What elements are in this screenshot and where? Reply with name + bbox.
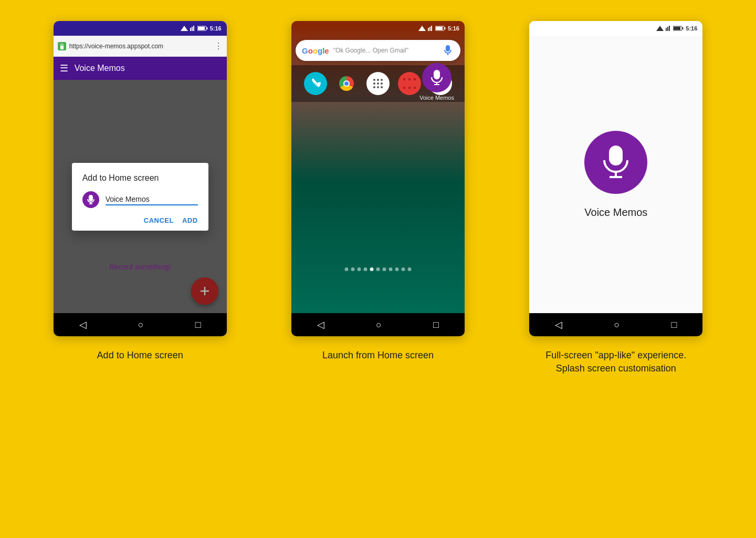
cancel-button[interactable]: CANCEL bbox=[144, 216, 174, 224]
phone1-status-icons: 5:16 bbox=[181, 25, 222, 32]
voice-memos-icon-bg bbox=[422, 63, 452, 92]
apps-dock-icon[interactable] bbox=[366, 72, 390, 95]
svg-point-28 bbox=[373, 82, 375, 85]
phone3-status-bar: 5:16 bbox=[529, 21, 702, 36]
svg-rect-19 bbox=[436, 27, 443, 30]
video-dock-icon[interactable] bbox=[398, 72, 421, 95]
dot-8 bbox=[388, 267, 392, 271]
svg-rect-18 bbox=[444, 27, 445, 29]
svg-point-32 bbox=[377, 86, 379, 88]
phone2-section: 5:16 Google "Ok Google... Open Gmail" bbox=[269, 21, 486, 336]
dot-7 bbox=[382, 267, 386, 271]
svg-point-26 bbox=[377, 79, 379, 81]
phone3-status-icons: 5:16 bbox=[656, 25, 697, 32]
dot-11 bbox=[407, 267, 411, 271]
dot-4 bbox=[363, 267, 367, 271]
phone3-time: 5:16 bbox=[686, 25, 697, 32]
phone2-wallpaper: 5:16 Google "Ok Google... Open Gmail" bbox=[291, 21, 465, 313]
caption2: Launch from Home screen bbox=[269, 349, 486, 375]
lock-icon bbox=[58, 42, 66, 50]
svg-rect-15 bbox=[429, 27, 430, 31]
svg-rect-35 bbox=[403, 78, 405, 80]
svg-rect-49 bbox=[682, 27, 684, 29]
phone2-status-bar: 5:16 bbox=[291, 21, 465, 36]
phone2-status-icons: 5:16 bbox=[418, 25, 459, 32]
phone2-frame: 5:16 Google "Ok Google... Open Gmail" bbox=[291, 21, 465, 336]
svg-point-27 bbox=[381, 79, 383, 81]
dialog-actions: CANCEL ADD bbox=[82, 216, 198, 224]
toolbar-title: Voice Memos bbox=[75, 64, 125, 73]
svg-point-29 bbox=[377, 82, 379, 85]
back-button[interactable]: ◁ bbox=[79, 319, 87, 330]
phone2-nav-bar: ◁ ○ □ bbox=[291, 313, 465, 336]
add-to-home-dialog: Add to Home screen bbox=[72, 163, 208, 231]
dot-6 bbox=[376, 267, 380, 271]
phone2-home-button[interactable]: ○ bbox=[376, 319, 382, 330]
svg-rect-16 bbox=[431, 26, 432, 31]
svg-rect-20 bbox=[446, 45, 450, 51]
phone3-frame: 5:16 Voice Memos ◁ ○ □ bbox=[529, 21, 702, 336]
home-screen-voice-memos-icon[interactable]: Voice Memos bbox=[419, 63, 454, 101]
phone-dock-icon[interactable] bbox=[304, 72, 327, 95]
chrome-dock-icon[interactable] bbox=[335, 72, 358, 95]
google-search-bar[interactable]: Google "Ok Google... Open Gmail" bbox=[296, 40, 460, 61]
svg-rect-45 bbox=[666, 28, 667, 31]
phone3-section: 5:16 Voice Memos ◁ ○ □ bbox=[508, 21, 724, 336]
svg-marker-44 bbox=[656, 26, 664, 31]
phone1-section: 5:16 https://voice-memos.appspot.com ⋮ ☰… bbox=[32, 21, 248, 336]
phone1-nav-bar: ◁ ○ □ bbox=[54, 313, 227, 336]
svg-rect-36 bbox=[414, 78, 416, 80]
phone2-time: 5:16 bbox=[448, 25, 459, 32]
svg-rect-47 bbox=[669, 26, 670, 31]
svg-point-30 bbox=[381, 82, 383, 85]
hamburger-icon[interactable]: ☰ bbox=[60, 63, 68, 74]
address-url: https://voice-memos.appspot.com bbox=[69, 43, 211, 50]
page-dots bbox=[344, 267, 411, 271]
phone1-frame: 5:16 https://voice-memos.appspot.com ⋮ ☰… bbox=[54, 21, 227, 336]
phone3-content: Voice Memos bbox=[529, 36, 702, 313]
phone3-back-button[interactable]: ◁ bbox=[555, 319, 562, 330]
dot-1 bbox=[344, 267, 348, 271]
svg-rect-2 bbox=[192, 27, 193, 31]
home-button[interactable]: ○ bbox=[138, 319, 144, 330]
add-button[interactable]: ADD bbox=[182, 216, 198, 224]
dot-2 bbox=[351, 267, 354, 271]
svg-rect-3 bbox=[193, 26, 194, 31]
svg-rect-22 bbox=[434, 70, 440, 79]
splash-mic-icon bbox=[584, 131, 647, 194]
svg-rect-39 bbox=[408, 78, 411, 80]
svg-rect-46 bbox=[667, 27, 668, 31]
phone2-back-button[interactable]: ◁ bbox=[317, 319, 324, 330]
dialog-app-name-input[interactable] bbox=[106, 194, 198, 205]
google-mic-icon[interactable] bbox=[442, 44, 454, 57]
svg-rect-1 bbox=[190, 28, 191, 31]
svg-rect-5 bbox=[206, 27, 207, 29]
splash-app-name: Voice Memos bbox=[584, 206, 647, 219]
svg-marker-13 bbox=[418, 26, 426, 31]
svg-rect-6 bbox=[198, 27, 205, 30]
dot-10 bbox=[401, 267, 405, 271]
svg-rect-51 bbox=[609, 146, 623, 165]
svg-rect-40 bbox=[408, 87, 411, 89]
google-search-text: "Ok Google... Open Gmail" bbox=[333, 47, 437, 54]
phone3-home-button[interactable]: ○ bbox=[614, 319, 620, 330]
caption1: Add to Home screen bbox=[32, 349, 248, 375]
dot-5 bbox=[370, 267, 373, 271]
phone3-recent-button[interactable]: □ bbox=[671, 319, 677, 330]
caption3: Full-screen "app-like" experience. Splas… bbox=[508, 349, 724, 375]
svg-rect-38 bbox=[414, 87, 416, 89]
phone2-recent-button[interactable]: □ bbox=[433, 319, 439, 330]
phone1-status-bar: 5:16 bbox=[54, 21, 227, 36]
svg-rect-10 bbox=[89, 195, 93, 201]
phone1-address-bar: https://voice-memos.appspot.com ⋮ bbox=[54, 36, 227, 57]
menu-dots-icon[interactable]: ⋮ bbox=[214, 41, 223, 51]
caption-row: Add to Home screen Launch from Home scre… bbox=[32, 349, 724, 375]
svg-rect-7 bbox=[60, 46, 64, 49]
phone1-toolbar: ☰ Voice Memos bbox=[54, 57, 227, 80]
svg-point-25 bbox=[373, 79, 375, 81]
svg-rect-14 bbox=[428, 28, 429, 31]
home-icon-label: Voice Memos bbox=[419, 95, 454, 101]
svg-rect-50 bbox=[674, 27, 680, 30]
recent-button[interactable]: □ bbox=[195, 319, 201, 330]
svg-rect-41 bbox=[404, 81, 415, 86]
